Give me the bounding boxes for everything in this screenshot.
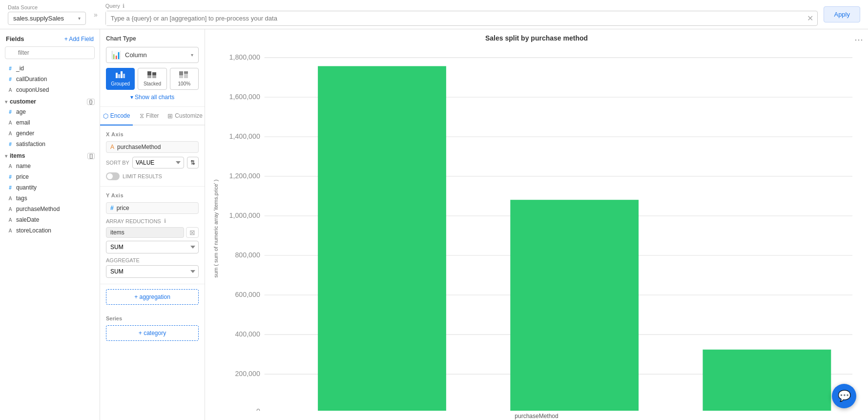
chart-type-section: Chart Type 📊 Column ▾ Group [100,29,205,107]
data-source-dropdown[interactable]: sales.supplySales ▾ [8,12,86,25]
svg-text:1,600,000: 1,600,000 [229,93,260,101]
list-item[interactable]: A gender [0,128,100,139]
x-axis-field-name: purchaseMethod [117,144,161,150]
svg-rect-7 [152,75,156,78]
chart-variant-grouped[interactable]: Grouped [106,68,135,90]
field-filter-input[interactable] [5,46,95,59]
fields-list: # _id # callDuration A couponUsed ▾ cust… [0,63,100,420]
limit-results-label: LIMIT RESULTS [123,173,162,179]
limit-toggle[interactable] [106,172,120,180]
show-all-charts-link[interactable]: ▾ Show all charts [106,94,199,101]
chart-type-label: Chart Type [106,35,199,42]
aggregation-add-button[interactable]: + aggregation [106,289,199,305]
apply-button[interactable]: Apply [824,6,860,22]
list-item[interactable]: A purchaseMethod [0,204,100,214]
query-label: Query ℹ [105,3,818,9]
toggle-knob [107,173,113,179]
aggregate-select[interactable]: SUM [106,265,199,278]
group-header-items[interactable]: ▾ items [] [0,149,100,161]
chart-variant-grouped-label: Grouped [111,81,130,86]
svg-text:200,000: 200,000 [235,370,260,378]
arrow-right-icon: » [92,11,100,19]
sort-order-button[interactable]: ⇅ [187,157,199,168]
grouped-icon [116,71,125,80]
caret-down-icon: ▾ [5,99,7,105]
chart-variant-100[interactable]: 100% [170,68,199,90]
svg-rect-1 [118,74,120,78]
text-icon: A [7,120,14,126]
y-axis-field[interactable]: # price [106,202,199,214]
items-select-row: items ⊠ [106,227,199,238]
encode-icon: ⬡ [103,112,108,120]
sort-by-select[interactable]: VALUE [132,157,184,168]
limit-row: LIMIT RESULTS [106,172,199,180]
hash-icon: # [7,174,14,180]
svg-rect-4 [147,71,151,75]
list-item[interactable]: A couponUsed [0,84,100,95]
chevron-down-icon: ▾ [191,52,193,58]
list-item[interactable]: # _id [0,63,100,74]
chart-title: Sales split by purchase method [210,34,863,42]
caret-down-icon: ▾ [5,153,7,159]
list-item[interactable]: # price [0,171,100,182]
reduction-select[interactable]: SUM [106,241,199,253]
aggregate-label: AGGREGATE [106,257,199,263]
query-section: Query ℹ ✕ [105,3,818,26]
group-name-customer: customer [10,98,36,105]
text-icon: A [7,87,14,93]
tab-encode[interactable]: ⬡ Encode [100,107,133,126]
x-axis-label-text: purchaseMethod [210,411,863,420]
x-axis-section: X Axis A purchaseMethod SORT BY VALUE ⇅ … [100,126,205,187]
svg-text:800,000: 800,000 [235,251,260,259]
x-axis-label: X Axis [106,131,199,137]
main-layout: Fields + Add Field 🔍 # _id # callDuratio… [0,29,868,420]
list-item[interactable]: A saleDate [0,214,100,225]
encode-tabs: ⬡ Encode ⧖ Filter ⊞ Customize [100,107,205,126]
chart-area: Sales split by purchase method ⋯ sum ( s… [205,29,868,420]
items-clear-button[interactable]: ⊠ [186,227,199,238]
list-item[interactable]: # satisfaction [0,139,100,149]
chart-svg: 1,800,000 1,600,000 1,400,000 1,200,000 … [222,47,863,411]
stacked-icon [147,71,157,80]
group-header-customer[interactable]: ▾ customer {} [0,95,100,106]
y-axis-label: Y Axis [106,192,199,198]
filter-wrap-inner: 🔍 [5,46,95,59]
text-icon: A [7,164,14,169]
group-badge-customer: {} [87,99,95,105]
tab-customize[interactable]: ⊞ Customize [165,107,205,125]
query-clear-icon[interactable]: ✕ [803,14,817,23]
list-item[interactable]: A name [0,161,100,171]
category-add-button[interactable]: + category [106,325,199,341]
add-field-button[interactable]: + Add Field [64,36,94,42]
text-icon: A [7,207,14,212]
list-item[interactable]: # callDuration [0,74,100,84]
query-input[interactable] [106,11,804,25]
svg-text:400,000: 400,000 [235,330,260,338]
tab-filter[interactable]: ⧖ Filter [133,107,165,125]
data-source-value: sales.supplySales [13,15,64,22]
list-item[interactable]: # age [0,106,100,117]
chart-variant-stacked[interactable]: Stacked [138,68,166,90]
svg-rect-6 [152,72,156,75]
filter-icon: ⧖ [140,112,144,120]
chat-icon[interactable]: 💬 [832,384,856,408]
sort-by-row: SORT BY VALUE ⇅ [106,157,199,168]
chart-svg-wrap: sum ( sum of numeric array 'items.price'… [210,47,863,411]
x-axis-field[interactable]: A purchaseMethod [106,141,199,153]
list-item[interactable]: A email [0,117,100,128]
chevron-down-icon: ▾ [78,16,81,21]
chart-options-button[interactable]: ⋯ [854,34,863,45]
list-item[interactable]: A storeLocation [0,225,100,236]
list-item[interactable]: A tags [0,193,100,204]
list-item[interactable]: # quantity [0,182,100,193]
filter-input-wrap: 🔍 [0,46,100,63]
svg-text:1,000,000: 1,000,000 [229,211,260,219]
y-axis-label-text: sum ( sum of numeric array 'items.price'… [210,47,222,411]
chart-type-dropdown[interactable]: 📊 Column ▾ [106,47,199,63]
text-icon: A [7,228,14,233]
chart-variants: Grouped Stacked [106,68,199,90]
query-input-wrap: ✕ [105,11,818,26]
svg-text:1,800,000: 1,800,000 [229,53,260,61]
text-icon: A [7,131,14,136]
bar-phone [703,350,831,411]
